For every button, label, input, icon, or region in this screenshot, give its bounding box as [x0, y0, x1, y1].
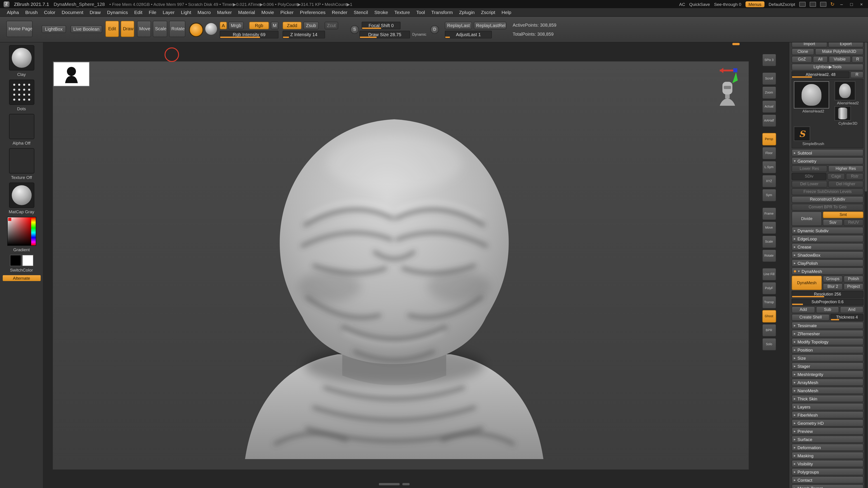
lightbox-button[interactable]: LightBox	[41, 25, 66, 33]
zoom-button[interactable]: Zoom	[762, 86, 776, 99]
section-geometry[interactable]: ▾ Geometry	[792, 157, 864, 164]
goz-all-button[interactable]: All	[813, 56, 828, 63]
sym-button[interactable]: Sym	[762, 189, 776, 201]
groups-button[interactable]: Groups	[823, 275, 843, 283]
menu-dynamics[interactable]: Dynamics	[104, 9, 131, 15]
make-polymesh3d-button[interactable]: Make PolyMesh3D	[815, 48, 864, 55]
floor-button[interactable]: Floor	[762, 147, 776, 160]
dynamic-label[interactable]: Dynamic	[412, 33, 426, 37]
gradient-picker[interactable]	[7, 217, 36, 246]
section-thick-skin[interactable]: ▸Thick Skin	[792, 395, 864, 402]
replay-last-button[interactable]: ReplayLast	[445, 22, 472, 29]
default-zscript-label[interactable]: DefaultZscript	[769, 2, 795, 6]
secondary-color-swatch[interactable]	[22, 255, 33, 266]
section-crease[interactable]: ▸Crease	[792, 243, 864, 250]
menu-alpha[interactable]: Alpha	[4, 9, 22, 15]
adjust-last-slider[interactable]: AdjustLast 1	[445, 31, 492, 38]
blur-slider[interactable]: Blur 2	[823, 283, 843, 290]
goz-r-button[interactable]: R	[852, 56, 864, 63]
reload-icon[interactable]: ↻	[831, 1, 835, 7]
menu-stencil[interactable]: Stencil	[350, 9, 371, 15]
menu-brush[interactable]: Brush	[22, 9, 41, 15]
texture-selector[interactable]: Texture Off	[9, 148, 34, 180]
alternate-button[interactable]: Alternate	[2, 275, 40, 281]
horizontal-scrollbar[interactable]	[379, 483, 400, 485]
brush-selector[interactable]: Clay	[9, 45, 34, 77]
thickness-slider[interactable]: Thickness 4	[831, 314, 864, 321]
brush-preview-icon[interactable]	[189, 23, 204, 37]
close-button[interactable]: ×	[859, 2, 864, 6]
shelf-divider-handle[interactable]	[733, 43, 740, 45]
move-nav-button[interactable]: Move	[762, 221, 776, 234]
document-thumbnail[interactable]	[53, 62, 90, 86]
dots-stroke-icon[interactable]	[9, 79, 34, 105]
horizontal-scrollbar-handle[interactable]	[402, 483, 410, 485]
section-zremesher[interactable]: ▸ZRemesher	[792, 330, 864, 337]
scale-nav-button[interactable]: Scale	[762, 235, 776, 248]
dynamic-mode-icon[interactable]: D	[430, 25, 439, 34]
bpr-button[interactable]: BPR	[762, 324, 776, 337]
section-visibility[interactable]: ▸Visibility	[792, 460, 864, 467]
saturation-value-area[interactable]	[7, 217, 31, 246]
live-boolean-button[interactable]: Live Boolean	[70, 25, 102, 33]
menus-button[interactable]: Menus	[745, 1, 765, 7]
move-button[interactable]: Move	[137, 21, 151, 37]
scroll-button[interactable]: Scroll	[762, 72, 776, 85]
aahalf-button[interactable]: AAHalf	[762, 114, 776, 127]
higher-res-button[interactable]: Higher Res	[828, 165, 864, 172]
divide-button[interactable]: Divide	[792, 212, 822, 226]
suv-button[interactable]: Suv	[823, 219, 843, 226]
transp-button[interactable]: Transp	[762, 296, 776, 308]
docs-icon[interactable]	[820, 2, 827, 6]
menu-light[interactable]: Light	[178, 9, 194, 15]
document-canvas[interactable]	[53, 61, 749, 470]
menu-render[interactable]: Render	[329, 9, 350, 15]
menu-tool[interactable]: Tool	[413, 9, 428, 15]
polyframe-button[interactable]: PolyF	[762, 282, 776, 295]
section-preview[interactable]: ▸Preview	[792, 427, 864, 435]
section-tessimate[interactable]: ▸Tessimate	[792, 322, 864, 329]
section-contact[interactable]: ▸Contact	[792, 476, 864, 484]
menu-color[interactable]: Color	[41, 9, 59, 15]
ghost-button[interactable]: Ghost	[762, 310, 776, 323]
resolution-slider[interactable]: Resolution 256	[792, 291, 864, 298]
rgb-button[interactable]: Rgb	[249, 22, 269, 29]
stroke-selector[interactable]: Dots	[9, 79, 34, 111]
lower-res-button[interactable]: Lower Res	[792, 165, 827, 172]
menu-file[interactable]: File	[146, 9, 160, 15]
maximize-button[interactable]: □	[848, 2, 855, 6]
section-deformation[interactable]: ▸Deformation	[792, 444, 864, 451]
sub-button[interactable]: Sub	[816, 306, 839, 313]
home-page-button[interactable]: Home Page	[6, 21, 33, 37]
color-picker[interactable]: Gradient	[7, 217, 36, 252]
menu-movie[interactable]: Movie	[258, 9, 277, 15]
section-surface[interactable]: ▸Surface	[792, 435, 864, 443]
m-button[interactable]: M	[271, 22, 278, 29]
goz-button[interactable]: GoZ	[792, 56, 812, 63]
section-modify-topology[interactable]: ▸Modify Topology	[792, 338, 864, 345]
section-fibermesh[interactable]: ▸FiberMesh	[792, 411, 864, 418]
scale-button[interactable]: Scale	[153, 21, 167, 37]
section-meshintegrity[interactable]: ▸MeshIntegrity	[792, 370, 864, 378]
section-polygroups[interactable]: ▸Polygroups	[792, 468, 864, 475]
solo-button[interactable]: Solo	[762, 338, 776, 351]
reconstruct-subdiv-button[interactable]: Reconstruct Subdiv	[792, 196, 864, 203]
section-masking[interactable]: ▸Masking	[792, 452, 864, 459]
quicksave-button[interactable]: QuickSave	[689, 2, 710, 6]
goz-visible-button[interactable]: Visible	[829, 56, 851, 63]
polish-button[interactable]: Polish	[844, 275, 864, 283]
panel-scrollbar[interactable]	[864, 8, 868, 488]
cylinder3d-thumbnail[interactable]	[835, 106, 851, 121]
layout-icon[interactable]	[799, 2, 806, 6]
rotate-nav-button[interactable]: Rotate	[762, 250, 776, 262]
section-shadowbox[interactable]: ▸ShadowBox	[792, 251, 864, 258]
tool-r-button[interactable]: R	[850, 71, 864, 78]
project-button[interactable]: Project	[844, 283, 864, 290]
menu-help[interactable]: Help	[498, 9, 515, 15]
rotate-button[interactable]: Rotate	[169, 21, 185, 37]
replay-last-rel-button[interactable]: ReplayLastRel	[474, 22, 506, 29]
main-color-swatch[interactable]	[10, 255, 21, 266]
stroke-curve-icon[interactable]: S	[350, 25, 359, 34]
menu-zplugin[interactable]: Zplugin	[456, 9, 478, 15]
smt-button[interactable]: Smt	[823, 212, 864, 218]
